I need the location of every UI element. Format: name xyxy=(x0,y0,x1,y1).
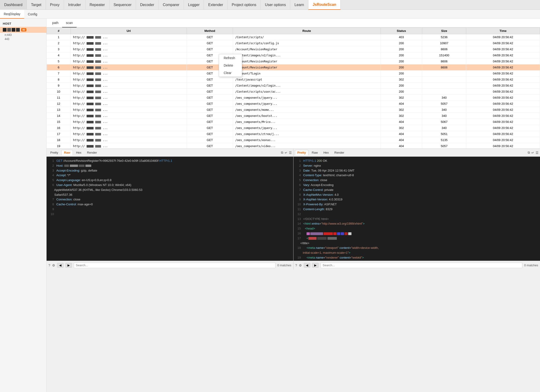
context-menu: Refresh Delete Clear xyxy=(219,54,242,77)
resp-wrap-icon[interactable]: ↵ xyxy=(531,151,534,155)
req-menu-icon[interactable]: ☰ xyxy=(289,151,292,155)
resp-settings-icon[interactable]: ⚙ xyxy=(299,263,302,267)
req-tab-render[interactable]: Render xyxy=(85,150,99,155)
table-row[interactable]: 17http:// ...GET/oes_components/ztree/j.… xyxy=(47,131,540,137)
resp-copy-icon[interactable]: ⧉ xyxy=(528,151,530,155)
table-row[interactable]: 3http:// ...GET/Account/RevisionRegister… xyxy=(47,46,540,52)
tab-scan[interactable]: scan xyxy=(62,19,77,27)
nav-item-dashboard[interactable]: Dashboard xyxy=(0,0,27,10)
col-time: Time xyxy=(466,28,540,34)
resp-tab-render[interactable]: Render xyxy=(332,150,347,155)
table-row[interactable]: 1http:// ...GET/Content/scripts/40352360… xyxy=(47,34,540,40)
top-nav: Dashboard Target Proxy Intruder Repeater… xyxy=(0,0,540,10)
resp-tab-pretty[interactable]: Pretty xyxy=(295,150,309,155)
sidebar-sub-number: 443 xyxy=(0,37,46,41)
nav-item-decoder[interactable]: Decoder xyxy=(136,0,159,10)
resp-tab-hex[interactable]: Hex xyxy=(321,150,331,155)
nav-item-logger[interactable]: Logger xyxy=(184,0,204,10)
sidebar-host-label: HOST xyxy=(0,20,46,27)
req-copy-icon[interactable]: ⧉ xyxy=(281,151,283,155)
resp-back-btn[interactable]: ◀ xyxy=(304,263,310,268)
table-row[interactable]: 7http:// ...GET/account/TLogin20004/09 2… xyxy=(47,70,540,77)
request-panel: Pretty Raw Hex Render ⧉ ↵ ☰ 1GET /Accoun… xyxy=(47,149,294,270)
table-row[interactable]: 6http:// ...GET/Account/RevisionRegister… xyxy=(47,65,540,70)
subnav-item-config[interactable]: Config xyxy=(24,10,41,19)
sidebar-sub-n: n:443 xyxy=(0,33,46,37)
context-menu-delete[interactable]: Delete xyxy=(219,62,242,69)
table-row[interactable]: 11http:// ...GET/oes_components/jquery..… xyxy=(47,95,540,101)
nav-item-project-options[interactable]: Project options xyxy=(228,0,261,10)
col-size: Size xyxy=(422,28,466,34)
nav-item-learn[interactable]: Learn xyxy=(290,0,308,10)
req-settings-icon[interactable]: ⚙ xyxy=(52,263,55,267)
req-search-input[interactable] xyxy=(74,263,275,268)
req-forward-btn[interactable]: ▶ xyxy=(65,263,72,268)
table-row[interactable]: 19http:// ...GET/oes_components/video...… xyxy=(47,143,540,149)
table-row[interactable]: 14http:// ...GET/oes_components/bootst..… xyxy=(47,113,540,119)
nav-item-intruder[interactable]: Intruder xyxy=(64,0,85,10)
table-row[interactable]: 13http:// ...GET/oes_components/mome...3… xyxy=(47,107,540,113)
col-method: Method xyxy=(187,28,233,34)
request-content: 1GET /Account/RevisionRegister?t=9962937… xyxy=(47,157,293,261)
col-num: # xyxy=(47,28,71,34)
sidebar: HOST 80 n:443 443 xyxy=(0,19,47,392)
table-row[interactable]: 18http:// ...GET/oes_components/eonas...… xyxy=(47,137,540,143)
table-row[interactable]: 12http:// ...GET/oes_components/jquery..… xyxy=(47,101,540,107)
table-row[interactable]: 4http:// ...GET/Content/images/v2/login.… xyxy=(47,52,540,58)
req-back-btn[interactable]: ◀ xyxy=(57,263,64,268)
req-wrap-icon[interactable]: ↵ xyxy=(285,151,287,155)
sidebar-badge: 80 xyxy=(21,28,26,31)
req-tab-raw[interactable]: Raw xyxy=(61,150,73,155)
table-row[interactable]: 8http:// ...GET/text/javascript30204/09 … xyxy=(47,77,540,83)
resp-tab-raw[interactable]: Raw xyxy=(309,150,320,155)
resp-menu-icon[interactable]: ☰ xyxy=(535,151,539,155)
table-area: # Uri Method Route Status Size Time 1htt… xyxy=(47,27,540,149)
context-menu-clear[interactable]: Clear xyxy=(219,69,242,77)
table-row[interactable]: 5http:// ...GET/Account/RevisionRegister… xyxy=(47,58,540,65)
nav-item-repeater[interactable]: Repeater xyxy=(85,0,109,10)
nav-item-target[interactable]: Target xyxy=(27,0,46,10)
nav-item-extender[interactable]: Extender xyxy=(204,0,227,10)
table-row[interactable]: 15http:// ...GET/oes_components/Mrico...… xyxy=(47,119,540,125)
req-help-icon[interactable]: ? xyxy=(48,263,50,267)
tab-path[interactable]: path xyxy=(48,19,62,27)
sub-nav: ReqDisplay Config xyxy=(0,10,540,19)
table-row[interactable]: 10http:// ...GET/Content/scripts/user/ac… xyxy=(47,89,540,95)
req-tab-pretty[interactable]: Pretty xyxy=(48,150,60,155)
nav-item-user-options[interactable]: User options xyxy=(261,0,290,10)
table-row[interactable]: 16http:// ...GET/oes_components/jquery..… xyxy=(47,125,540,131)
context-menu-refresh[interactable]: Refresh xyxy=(219,54,242,62)
req-matches: 0 matches xyxy=(277,263,291,267)
nav-item-sequencer[interactable]: Sequencer xyxy=(109,0,136,10)
response-panel: Pretty Raw Hex Render ⧉ ↵ ☰ 1HTTP/1.1 20… xyxy=(294,149,540,270)
sidebar-host-item[interactable]: 80 xyxy=(0,27,46,33)
subnav-item-reqdisplay[interactable]: ReqDisplay xyxy=(0,10,24,19)
nav-item-jsroutescan[interactable]: JsRouteScan xyxy=(308,0,340,10)
resp-search-input[interactable] xyxy=(320,263,522,268)
col-status: Status xyxy=(380,28,422,34)
response-content: 1HTTP/1.1 200 OK2Server: nginx3Date: Tue… xyxy=(294,157,540,261)
resp-matches: 0 matches xyxy=(524,263,538,267)
req-tab-hex[interactable]: Hex xyxy=(74,150,84,155)
col-route: Route xyxy=(233,28,380,34)
table-row[interactable]: 9http:// ...GET/Content/images/v2/login.… xyxy=(47,83,540,89)
table-row[interactable]: 2http:// ...GET/Content/scripts/config.j… xyxy=(47,40,540,46)
path-scan-tabs: path scan xyxy=(47,19,540,27)
col-uri: Uri xyxy=(70,28,187,34)
resp-forward-btn[interactable]: ▶ xyxy=(312,263,319,268)
nav-item-comparer[interactable]: Comparer xyxy=(159,0,184,10)
nav-item-proxy[interactable]: Proxy xyxy=(46,0,64,10)
resp-help-icon[interactable]: ? xyxy=(295,263,297,267)
